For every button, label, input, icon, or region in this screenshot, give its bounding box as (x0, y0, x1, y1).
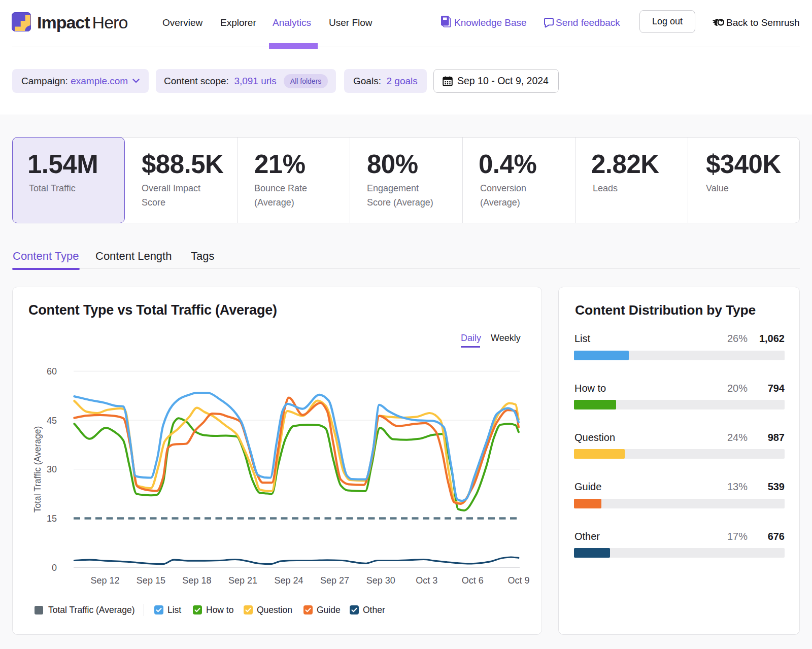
svg-text:45: 45 (47, 416, 57, 426)
svg-text:Sep 18: Sep 18 (182, 575, 211, 586)
svg-text:15: 15 (47, 514, 57, 524)
svg-text:Sep 12: Sep 12 (90, 575, 119, 586)
svg-text:Sep 30: Sep 30 (366, 575, 395, 586)
svg-text:Oct 6: Oct 6 (462, 575, 484, 586)
svg-text:0: 0 (52, 563, 57, 573)
svg-text:Sep 27: Sep 27 (320, 575, 349, 586)
svg-text:30: 30 (47, 464, 57, 474)
svg-text:Oct 3: Oct 3 (416, 575, 437, 586)
svg-text:Sep 24: Sep 24 (274, 575, 303, 586)
svg-text:Sep 21: Sep 21 (228, 575, 257, 586)
svg-text:Oct 9: Oct 9 (507, 575, 529, 586)
svg-text:60: 60 (47, 366, 57, 377)
svg-text:Total Traffic (Average): Total Traffic (Average) (32, 426, 43, 513)
svg-text:Sep 15: Sep 15 (137, 575, 165, 586)
